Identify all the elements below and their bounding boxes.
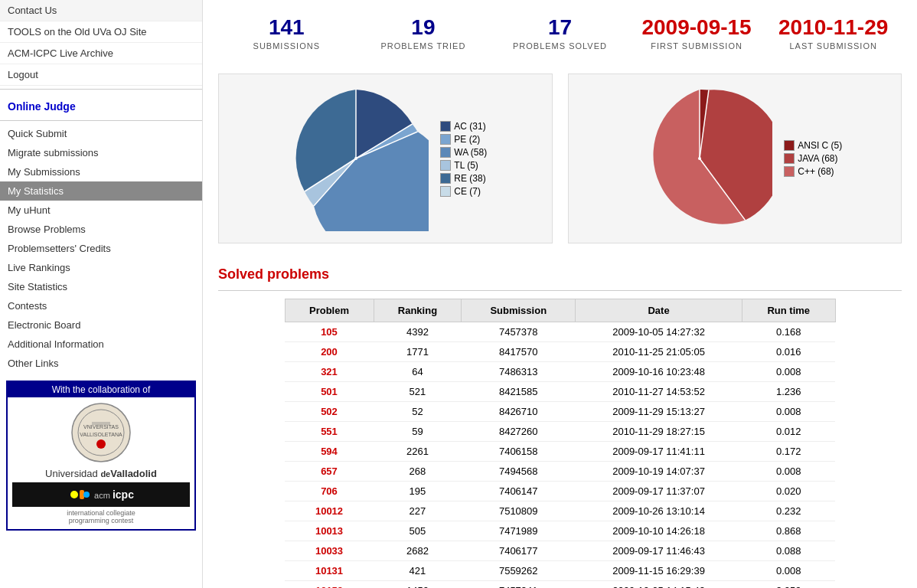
legend-label-cpp: C++ (68) (798, 166, 834, 177)
col-date: Date (576, 299, 742, 322)
sidebar-item-migrate[interactable]: Migrate submissions (0, 143, 202, 162)
stat-problems-tried: 19 PROBLEMS TRIED (355, 15, 492, 51)
legend-label-java: JAVA (68) (798, 153, 837, 164)
sidebar-item-electronic-board[interactable]: Electronic Board (0, 315, 202, 335)
icpc-banner: acm icpc (12, 482, 190, 507)
sidebar-item-other-links[interactable]: Other Links (0, 354, 202, 373)
icpc-logo-icon (68, 487, 91, 502)
legend-ansic: ANSI C (5) (784, 140, 842, 151)
problem-number[interactable]: 706 (285, 482, 374, 501)
submission-value: 8426710 (462, 402, 576, 422)
runtime-value: 1.236 (742, 382, 835, 402)
university-seal: VNIVERSITAS VALLISOLETANA (70, 402, 132, 463)
sidebar-item-my-uhunt[interactable]: My uHunt (0, 201, 202, 220)
problem-number[interactable]: 594 (285, 442, 374, 462)
sidebar-item-quick-submit[interactable]: Quick Submit (0, 124, 202, 143)
sidebar-item-browse-problems[interactable]: Browse Problems (0, 220, 202, 239)
svg-point-8 (83, 492, 90, 498)
ranking-value: 64 (374, 362, 462, 382)
stats-header: 141 SUBMISSIONS 19 PROBLEMS TRIED 17 PRO… (218, 8, 902, 58)
sidebar-item-acm[interactable]: ACM-ICPC Live Archive (0, 43, 202, 64)
sidebar-item-live-rankings[interactable]: Live Rankings (0, 258, 202, 277)
legend-label-ansic: ANSI C (5) (798, 140, 842, 151)
submission-value: 7471989 (462, 521, 576, 541)
charts-area: AC (31) PE (2) WA (58) TL (5) (218, 74, 902, 243)
date-value: 2009-10-26 13:10:14 (576, 501, 742, 521)
main-content: 141 SUBMISSIONS 19 PROBLEMS TRIED 17 PRO… (203, 0, 917, 588)
problem-number[interactable]: 10012 (285, 501, 374, 521)
legend-label-tl: TL (5) (454, 160, 478, 171)
ranking-value: 521 (374, 382, 462, 402)
date-value: 2009-10-05 14:15:42 (576, 581, 742, 589)
last-submission-value: 2010-11-29 (765, 15, 902, 40)
submission-value: 7510809 (462, 501, 576, 521)
runtime-value: 0.020 (742, 482, 835, 501)
ranking-value: 59 (374, 422, 462, 442)
legend-cpp: C++ (68) (784, 166, 842, 177)
sidebar-top-links: Contact Us TOOLS on the Old UVa OJ Site … (0, 0, 202, 86)
date-value: 2009-11-29 15:13:27 (576, 402, 742, 422)
submission-value: 8417570 (462, 342, 576, 362)
legend-color-ansic (784, 140, 795, 151)
table-row: 501 521 8421585 2010-11-27 14:53:52 1.23… (285, 382, 835, 402)
problem-number[interactable]: 200 (285, 342, 374, 362)
sidebar-item-tools[interactable]: TOOLS on the Old UVa OJ Site (0, 21, 202, 43)
problem-number[interactable]: 105 (285, 322, 374, 342)
pie-chart-2 (627, 86, 772, 231)
sidebar-item-additional-info[interactable]: Additional Information (0, 335, 202, 354)
legend-pe: PE (2) (440, 134, 487, 145)
ranking-value: 1771 (374, 342, 462, 362)
sidebar-item-site-statistics[interactable]: Site Statistics (0, 277, 202, 296)
runtime-value: 0.012 (742, 422, 835, 442)
chart1-legend: AC (31) PE (2) WA (58) TL (5) (440, 121, 487, 197)
problem-number[interactable]: 10152 (285, 581, 374, 589)
date-value: 2009-10-10 14:26:18 (576, 521, 742, 541)
table-row: 321 64 7486313 2009-10-16 10:23:48 0.008 (285, 362, 835, 382)
problem-number[interactable]: 657 (285, 462, 374, 482)
date-value: 2009-09-17 11:37:07 (576, 482, 742, 501)
problem-number[interactable]: 551 (285, 422, 374, 442)
problem-number[interactable]: 10013 (285, 521, 374, 541)
runtime-value: 0.172 (742, 442, 835, 462)
pie-wrap-1: AC (31) PE (2) WA (58) TL (5) (283, 86, 487, 231)
problem-number[interactable]: 10033 (285, 541, 374, 561)
solved-title: Solved problems (218, 266, 902, 283)
chart2-legend: ANSI C (5) JAVA (68) C++ (68) (784, 140, 842, 177)
table-row: 10131 421 7559262 2009-11-15 16:29:39 0.… (285, 561, 835, 581)
sidebar-item-contests[interactable]: Contests (0, 296, 202, 315)
legend-color-ac (440, 121, 451, 132)
sidebar-item-logout[interactable]: Logout (0, 64, 202, 86)
col-runtime: Run time (742, 299, 835, 322)
col-problem: Problem (285, 299, 374, 322)
table-row: 657 268 7494568 2009-10-19 14:07:37 0.00… (285, 462, 835, 482)
legend-label-re: RE (38) (454, 173, 485, 184)
submission-value: 7406177 (462, 541, 576, 561)
legend-color-re (440, 173, 451, 184)
chart-submissions: AC (31) PE (2) WA (58) TL (5) (218, 74, 553, 243)
runtime-value: 0.232 (742, 501, 835, 521)
problem-number[interactable]: 321 (285, 362, 374, 382)
sidebar-item-my-statistics[interactable]: My Statistics (0, 181, 202, 201)
submission-value: 7457378 (462, 322, 576, 342)
runtime-value: 0.008 (742, 362, 835, 382)
ranking-value: 2261 (374, 442, 462, 462)
date-value: 2009-10-19 14:07:37 (576, 462, 742, 482)
svg-text:VALLISOLETANA: VALLISOLETANA (80, 432, 122, 437)
legend-color-ce (440, 186, 451, 197)
problem-number[interactable]: 10131 (285, 561, 374, 581)
sidebar-item-contact[interactable]: Contact Us (0, 0, 202, 21)
ranking-value: 195 (374, 482, 462, 501)
stat-problems-solved: 17 PROBLEMS SOLVED (491, 15, 628, 51)
collab-title: With the collaboration of (8, 382, 194, 397)
sidebar-item-my-submissions[interactable]: My Submissions (0, 162, 202, 181)
sidebar-item-problemsetters[interactable]: Problemsetters' Credits (0, 239, 202, 258)
runtime-value: 0.008 (742, 462, 835, 482)
submission-value: 7406147 (462, 482, 576, 501)
ranking-value: 4392 (374, 322, 462, 342)
runtime-value: 0.008 (742, 402, 835, 422)
problem-number[interactable]: 501 (285, 382, 374, 402)
legend-tl: TL (5) (440, 160, 487, 171)
problem-number[interactable]: 502 (285, 402, 374, 422)
legend-re: RE (38) (440, 173, 487, 184)
svg-text:VNIVERSITAS: VNIVERSITAS (83, 424, 119, 430)
